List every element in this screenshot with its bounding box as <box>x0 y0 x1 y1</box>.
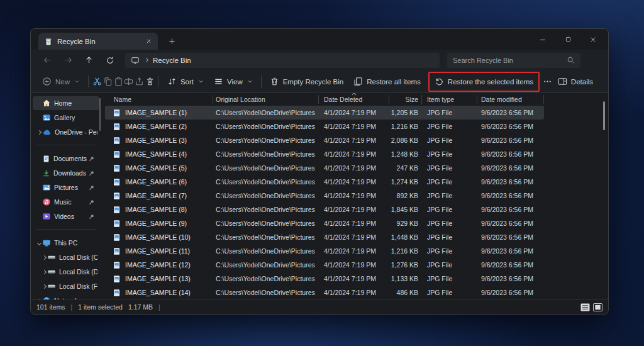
copy-button[interactable] <box>103 73 113 91</box>
image-file-icon <box>113 137 121 145</box>
delete-button[interactable] <box>145 73 155 91</box>
chevron-right-icon <box>42 269 46 274</box>
image-file-icon <box>113 247 121 255</box>
restore-all-items-label: Restore all items <box>367 78 421 86</box>
file-rows: IMAGE_SAMPLE (1) C:\Users\Yodel\OneDrive… <box>105 106 608 299</box>
minimize-button[interactable] <box>530 29 555 50</box>
trash-icon <box>270 77 279 86</box>
sidebar-item-gallery[interactable]: Gallery <box>33 111 99 125</box>
table-row[interactable]: IMAGE_SAMPLE (5) C:\Users\Yodel\OneDrive… <box>105 161 544 175</box>
chevron-down-icon <box>247 79 253 84</box>
toolbar-divider <box>261 75 262 87</box>
sidebar-item-local-disk-c[interactable]: Local Disk (C:) <box>38 250 99 264</box>
table-row[interactable]: IMAGE_SAMPLE (1) C:\Users\Yodel\OneDrive… <box>105 106 544 120</box>
column-header-name[interactable]: Name <box>105 93 213 106</box>
table-row[interactable]: IMAGE_SAMPLE (12) C:\Users\Yodel\OneDriv… <box>105 258 544 272</box>
new-tab-button[interactable] <box>168 37 176 45</box>
column-header-original-location[interactable]: Original Location <box>213 93 319 106</box>
restore-all-icon <box>353 77 363 86</box>
image-file-icon <box>113 178 121 186</box>
column-header-date-modified[interactable]: Date modified <box>477 93 544 106</box>
rename-button[interactable] <box>123 73 134 91</box>
status-separator: | <box>158 303 160 311</box>
sort-button[interactable]: Sort <box>162 73 209 91</box>
table-row[interactable]: IMAGE_SAMPLE (13) C:\Users\Yodel\OneDriv… <box>105 272 544 286</box>
details-view-toggle[interactable] <box>580 303 590 311</box>
sidebar-item-onedrive-pers[interactable]: OneDrive - Pers <box>33 125 99 139</box>
address-field[interactable]: Recycle Bin <box>125 53 440 68</box>
sidebar-item-local-disk-f[interactable]: Local Disk (F:) <box>38 279 99 293</box>
cut-button[interactable] <box>92 73 103 91</box>
status-bar: 101 items | 1 item selected 1.17 MB | <box>31 299 608 314</box>
share-button[interactable] <box>134 73 145 91</box>
item-count: 101 items <box>36 303 65 311</box>
forward-button[interactable] <box>58 52 79 69</box>
restore-selected-items-button[interactable]: Restore the selected items <box>430 73 538 91</box>
table-row[interactable]: IMAGE_SAMPLE (11) C:\Users\Yodel\OneDriv… <box>105 244 544 258</box>
videos-icon <box>42 212 51 221</box>
table-row[interactable]: IMAGE_SAMPLE (10) C:\Users\Yodel\OneDriv… <box>105 230 544 244</box>
sidebar-divider <box>36 229 96 230</box>
sidebar-scrollbar[interactable] <box>99 98 101 131</box>
table-row[interactable]: IMAGE_SAMPLE (3) C:\Users\Yodel\OneDrive… <box>105 133 544 147</box>
details-pane-button[interactable]: Details <box>553 73 598 91</box>
sidebar: Home Gallery OneDrive - Pers Documents D… <box>31 93 101 299</box>
new-button[interactable]: New <box>37 73 85 91</box>
empty-recycle-bin-button[interactable]: Empty Recycle Bin <box>265 73 349 91</box>
sidebar-item-label: This PC <box>54 239 97 247</box>
table-row[interactable]: IMAGE_SAMPLE (9) C:\Users\Yodel\OneDrive… <box>105 216 544 230</box>
tab-bar: Recycle Bin <box>31 29 608 50</box>
up-button[interactable] <box>79 52 99 69</box>
breadcrumb-chevron-icon <box>144 58 148 62</box>
column-header-size[interactable]: Size <box>389 93 422 106</box>
table-row[interactable]: IMAGE_SAMPLE (8) C:\Users\Yodel\OneDrive… <box>105 203 544 216</box>
new-label: New <box>55 78 70 86</box>
table-row[interactable]: IMAGE_SAMPLE (14) C:\Users\Yodel\OneDriv… <box>105 286 544 299</box>
sidebar-item-music[interactable]: Music <box>33 195 99 209</box>
table-row[interactable]: IMAGE_SAMPLE (2) C:\Users\Yodel\OneDrive… <box>105 120 544 133</box>
explorer-body: Home Gallery OneDrive - Pers Documents D… <box>31 93 608 299</box>
back-button[interactable] <box>37 52 58 69</box>
list-scrollbar[interactable] <box>603 101 605 130</box>
image-file-icon <box>113 206 121 214</box>
thispc-icon <box>42 238 51 247</box>
refresh-button[interactable] <box>99 52 120 69</box>
sidebar-item-pictures[interactable]: Pictures <box>33 181 99 194</box>
table-row[interactable]: IMAGE_SAMPLE (7) C:\Users\Yodel\OneDrive… <box>105 189 544 203</box>
more-options-button[interactable] <box>542 73 553 91</box>
column-header-item-type[interactable]: Item type <box>422 93 477 106</box>
sidebar-item-home[interactable]: Home <box>33 96 99 110</box>
sidebar-item-this-pc[interactable]: This PC <box>33 236 99 250</box>
view-toggles <box>580 303 602 311</box>
thumbnail-view-toggle[interactable] <box>593 303 602 311</box>
pin-icon <box>89 214 94 220</box>
paste-icon <box>114 77 123 86</box>
restore-all-items-button[interactable]: Restore all items <box>348 73 426 91</box>
image-file-icon <box>113 150 121 159</box>
more-icon <box>543 77 552 86</box>
sidebar-item-videos[interactable]: Videos <box>33 209 99 223</box>
image-file-icon <box>113 109 121 117</box>
image-file-icon <box>113 123 121 131</box>
breadcrumb[interactable]: Recycle Bin <box>153 57 191 64</box>
search-box[interactable]: Search Recycle Bin <box>447 53 580 68</box>
sidebar-item-label: Home <box>54 99 97 107</box>
restore-icon <box>435 77 444 86</box>
chevron-right-icon <box>42 255 46 259</box>
view-button[interactable]: View <box>209 73 258 91</box>
paste-button[interactable] <box>113 73 124 91</box>
column-header-date-deleted[interactable]: Date Deleted <box>319 93 389 106</box>
sidebar-item-documents[interactable]: Documents <box>33 152 99 165</box>
close-window-button[interactable] <box>580 29 606 50</box>
table-row[interactable]: IMAGE_SAMPLE (4) C:\Users\Yodel\OneDrive… <box>105 147 544 161</box>
sidebar-item-label: Downloads <box>53 169 89 177</box>
sidebar-item-local-disk-d[interactable]: Local Disk (D:) <box>38 265 99 279</box>
maximize-button[interactable] <box>555 29 580 50</box>
close-tab-button[interactable] <box>145 38 152 45</box>
tab-title: Recycle Bin <box>57 38 141 45</box>
sidebar-item-downloads[interactable]: Downloads <box>33 166 99 180</box>
share-icon <box>135 77 144 86</box>
sidebar-item-network[interactable]: Network <box>33 294 99 299</box>
table-row[interactable]: IMAGE_SAMPLE (6) C:\Users\Yodel\OneDrive… <box>105 175 544 189</box>
tab-recycle-bin[interactable]: Recycle Bin <box>38 33 158 50</box>
